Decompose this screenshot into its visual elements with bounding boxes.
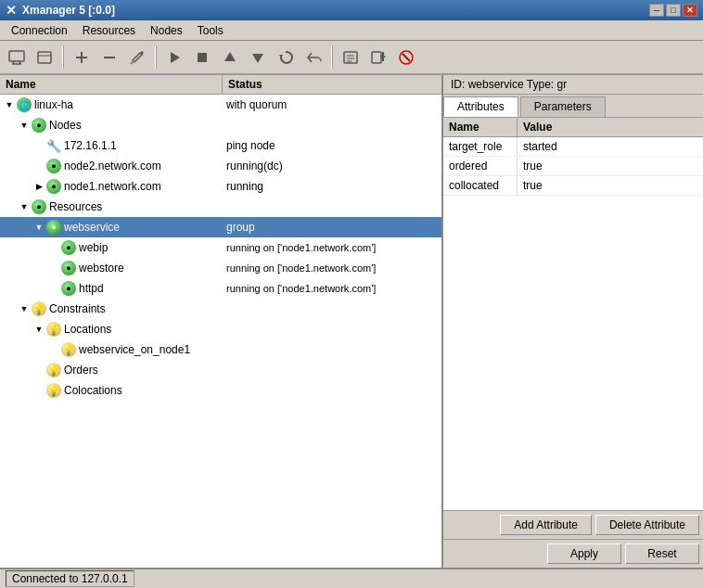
- expand-icon[interactable]: ▼: [33, 324, 45, 335]
- tree-row[interactable]: ▶ ● node2.network.com running(dc): [0, 156, 441, 176]
- expand-icon[interactable]: ▼: [4, 99, 15, 110]
- move-up-button[interactable]: [217, 45, 243, 70]
- remove-button[interactable]: [96, 45, 122, 70]
- menu-nodes[interactable]: Nodes: [143, 22, 190, 39]
- maximize-button[interactable]: □: [666, 4, 681, 17]
- connect-button[interactable]: [32, 45, 58, 70]
- attr-name: ordered: [443, 157, 518, 175]
- attr-row[interactable]: ordered true: [443, 157, 703, 176]
- tab-attributes[interactable]: Attributes: [443, 96, 518, 117]
- row-status: ping node: [223, 139, 441, 152]
- attributes-table: Name Value target_role started ordered t…: [443, 118, 703, 314]
- light-icon: 💡: [46, 363, 61, 377]
- apply-button[interactable]: Apply: [547, 543, 621, 564]
- tree-row[interactable]: ▶ 💡 webservice_on_node1: [0, 339, 441, 360]
- node-icon: ●: [61, 281, 76, 296]
- tree-row[interactable]: ▶ ● webstore running on ['node1.network.…: [0, 258, 441, 278]
- tree-row[interactable]: ▶ 💡 Colocations: [0, 380, 441, 401]
- attr-row[interactable]: collocated true: [443, 176, 703, 196]
- svg-rect-19: [372, 52, 381, 63]
- status-text: Connected to 127.0.0.1: [6, 570, 134, 587]
- light-icon: 💡: [46, 383, 61, 398]
- light-icon: 💡: [32, 301, 46, 316]
- row-name-text: Resources: [49, 200, 102, 213]
- add-button[interactable]: [69, 45, 95, 70]
- disconnect-button[interactable]: [393, 45, 419, 70]
- toolbar: [0, 41, 703, 74]
- expand-icon[interactable]: ▶: [33, 181, 45, 192]
- attr-col-name-header: Name: [443, 118, 518, 136]
- node-icon: 🌐: [17, 97, 32, 112]
- row-name-text: node1.network.com: [64, 180, 161, 193]
- right-header: ID: webservice Type: gr: [443, 75, 703, 95]
- add-attribute-button[interactable]: Add Attribute: [500, 515, 592, 535]
- refresh-button[interactable]: [273, 45, 299, 70]
- row-name-text: webservice_on_node1: [79, 343, 190, 356]
- menu-tools[interactable]: Tools: [190, 22, 231, 39]
- details-button[interactable]: [338, 45, 364, 70]
- monitor-button[interactable]: [4, 45, 30, 70]
- node-icon: ●: [32, 118, 46, 133]
- svg-marker-14: [279, 55, 283, 58]
- row-name-text: Colocations: [64, 384, 122, 397]
- move-down-button[interactable]: [245, 45, 271, 70]
- separator-2: [155, 46, 157, 69]
- row-name-text: Nodes: [49, 119, 82, 132]
- attr-row[interactable]: target_role started: [443, 137, 703, 157]
- svg-marker-12: [224, 52, 236, 61]
- close-button[interactable]: ✕: [683, 4, 697, 17]
- node-icon: ●: [61, 261, 76, 275]
- row-status: with quorum: [223, 98, 441, 111]
- tree-row-webservice[interactable]: ▼ ● webservice group: [0, 217, 441, 237]
- statusbar: Connected to 127.0.0.1: [0, 568, 703, 588]
- row-name-text: httpd: [79, 282, 104, 295]
- tree-row[interactable]: ▼ ● Nodes: [0, 115, 441, 135]
- tree-row[interactable]: ▶ ● node1.network.com running: [0, 176, 441, 197]
- wrench-icon: 🔧: [46, 138, 61, 153]
- tree-row[interactable]: ▼ 💡 Constraints: [0, 299, 441, 319]
- reset-button[interactable]: Reset: [625, 543, 699, 564]
- export-button[interactable]: [365, 45, 391, 70]
- expand-icon[interactable]: ▼: [19, 303, 30, 314]
- tree-row[interactable]: ▼ 💡 Locations: [0, 319, 441, 339]
- svg-rect-11: [198, 53, 207, 62]
- tree-row[interactable]: ▼ 🌐 linux-ha with quorum: [0, 95, 441, 115]
- menu-resources[interactable]: Resources: [75, 22, 143, 39]
- tree-row[interactable]: ▶ ● webip running on ['node1.network.com…: [0, 237, 441, 258]
- node-icon: ●: [32, 199, 46, 214]
- back-button[interactable]: [300, 45, 326, 70]
- row-name-text: 172.16.1.1: [64, 139, 117, 152]
- tab-parameters[interactable]: Parameters: [520, 96, 606, 117]
- col-status-header: Status: [223, 75, 441, 94]
- attr-value: true: [518, 157, 703, 175]
- expand-icon[interactable]: ▼: [19, 120, 30, 131]
- row-status: running on ['node1.network.com']: [223, 262, 441, 274]
- expand-icon[interactable]: ▼: [19, 201, 30, 212]
- row-name-text: linux-ha: [34, 98, 73, 111]
- menubar: Connection Resources Nodes Tools: [0, 20, 703, 41]
- stop-button[interactable]: [189, 45, 215, 70]
- expand-icon[interactable]: ▼: [33, 222, 45, 233]
- tree-row[interactable]: ▶ ● httpd running on ['node1.network.com…: [0, 278, 441, 299]
- edit-button[interactable]: [124, 45, 150, 70]
- start-button[interactable]: [161, 45, 187, 70]
- row-name-text: webservice: [64, 221, 120, 234]
- delete-attribute-button[interactable]: Delete Attribute: [595, 515, 699, 535]
- menu-connection[interactable]: Connection: [4, 22, 75, 39]
- node-icon: ●: [46, 220, 61, 235]
- right-panel: ID: webservice Type: gr Attributes Param…: [443, 75, 703, 568]
- col-name-header: Name: [0, 75, 223, 94]
- tree-header: Name Status: [0, 75, 441, 95]
- node-icon: ●: [46, 179, 61, 194]
- tree-row[interactable]: ▶ 💡 Orders: [0, 360, 441, 380]
- row-status: running(dc): [223, 160, 441, 173]
- minimize-button[interactable]: ─: [649, 4, 664, 17]
- tree-row[interactable]: ▶ 🔧 172.16.1.1 ping node: [0, 135, 441, 156]
- svg-line-23: [403, 54, 410, 61]
- attr-name: collocated: [443, 176, 518, 195]
- titlebar: ✕ Xmanager 5 [:0.0] ─ □ ✕: [0, 0, 703, 20]
- attr-action-buttons: Add Attribute Delete Attribute: [443, 510, 703, 539]
- tab-bar: Attributes Parameters: [443, 95, 703, 118]
- separator-1: [62, 46, 64, 69]
- tree-row[interactable]: ▼ ● Resources: [0, 197, 441, 217]
